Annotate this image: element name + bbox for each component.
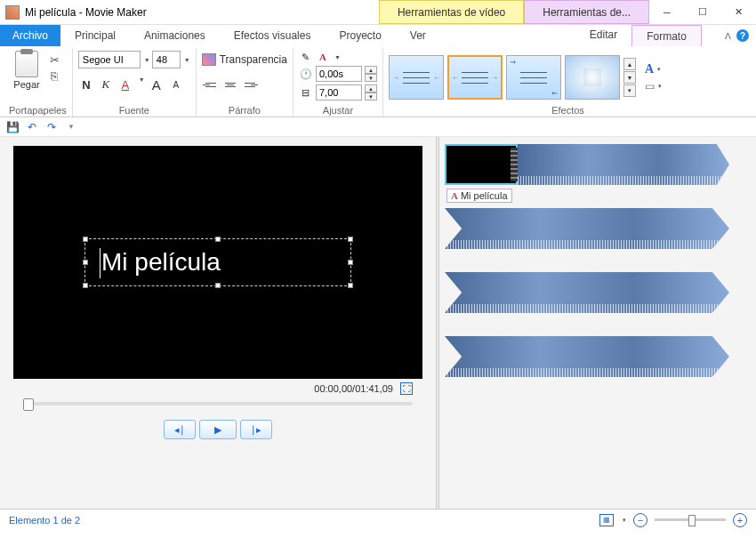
effects-gallery-nav: ▲ ▼ ▾ — [623, 58, 636, 97]
tab-ver[interactable]: Ver — [396, 25, 440, 46]
spin-up[interactable]: ▲ — [365, 84, 377, 92]
group-effects-label: Efectos — [389, 104, 747, 116]
titlebar: Mi película - Movie Maker Herramientas d… — [0, 0, 756, 25]
context-tab-strip: Herramientas de vídeo Herramientas de... — [379, 0, 649, 24]
spin-down[interactable]: ▼ — [365, 92, 377, 100]
tab-efectos-visuales[interactable]: Efectos visuales — [220, 25, 326, 46]
undo-button[interactable]: ↶ — [25, 120, 39, 134]
text-style-icon[interactable]: A — [316, 51, 330, 63]
tab-animaciones[interactable]: Animaciones — [130, 25, 220, 46]
chevron-down-icon[interactable]: ▼ — [334, 54, 341, 60]
qat-customize[interactable]: ▼ — [64, 120, 78, 134]
paste-label: Pegar — [13, 79, 39, 90]
tab-formato[interactable]: Formato — [631, 25, 702, 46]
resize-handle[interactable] — [348, 237, 353, 242]
fullscreen-button[interactable]: ⛶ — [400, 382, 413, 395]
ribbon-collapse-button[interactable]: ᐱ — [725, 31, 731, 41]
maximize-button[interactable]: ☐ — [685, 0, 720, 25]
chevron-down-icon[interactable]: ▼ — [184, 57, 190, 63]
resize-handle[interactable] — [215, 283, 221, 288]
effects-scroll-up[interactable]: ▲ — [623, 58, 636, 70]
spin-down[interactable]: ▼ — [365, 74, 377, 82]
context-tab-video-tools[interactable]: Herramientas de vídeo — [379, 0, 524, 24]
film-strip-icon — [511, 148, 518, 181]
resize-handle[interactable] — [83, 260, 88, 265]
title-clip[interactable]: A Mi película — [445, 144, 518, 185]
redo-button[interactable]: ↷ — [44, 120, 59, 134]
app-icon — [5, 5, 20, 20]
resize-handle[interactable] — [348, 260, 353, 265]
font-name-select[interactable] — [78, 51, 141, 68]
prev-frame-button[interactable]: ◂∣ — [164, 420, 196, 439]
timeline-pane[interactable]: A Mi película — [439, 137, 756, 509]
effects-expand[interactable]: ▾ — [623, 84, 636, 97]
tab-principal[interactable]: Principal — [60, 25, 130, 46]
group-font: ▼ ▼ N K A ▼ A A Fuente — [73, 48, 197, 116]
video-clip[interactable] — [445, 272, 729, 313]
copy-button[interactable]: ⎘ — [47, 68, 61, 83]
effect-preset-1[interactable]: → ← — [389, 55, 444, 100]
quick-access-toolbar: 💾 ↶ ↷ ▼ — [0, 117, 756, 137]
video-clip[interactable] — [518, 144, 729, 185]
group-font-label: Fuente — [78, 104, 190, 116]
video-clip[interactable] — [445, 208, 729, 249]
zoom-out-button[interactable]: − — [633, 513, 647, 527]
tab-file[interactable]: Archivo — [0, 25, 60, 46]
font-size-select[interactable] — [152, 51, 181, 68]
seek-slider[interactable] — [23, 402, 413, 406]
resize-handle[interactable] — [348, 283, 353, 288]
resize-handle[interactable] — [83, 283, 88, 288]
font-color-button[interactable]: A — [117, 76, 133, 92]
video-clip[interactable] — [445, 336, 729, 377]
start-time-input[interactable] — [316, 66, 362, 82]
title-text-box[interactable]: Mi película — [84, 238, 351, 286]
effect-preset-2[interactable]: ← → — [447, 55, 503, 100]
transparency-button[interactable]: Transparencia — [202, 51, 287, 68]
help-icon[interactable]: ? — [736, 29, 749, 42]
main-area: Mi película 00:00,00/01:41,09 ⛶ ◂∣ ▶ ∣▸ — [0, 137, 756, 509]
chevron-down-icon[interactable]: ▼ — [144, 57, 150, 63]
thumbnail-size-button[interactable]: ▦ — [599, 514, 614, 526]
align-left-button[interactable] — [202, 76, 220, 92]
next-frame-button[interactable]: ∣▸ — [240, 420, 272, 439]
timeline-row — [445, 272, 751, 313]
zoom-slider[interactable] — [655, 518, 726, 521]
shrink-font-button[interactable]: A — [168, 76, 184, 92]
timeline-row — [445, 208, 751, 249]
resize-handle[interactable] — [215, 237, 221, 242]
effect-preset-3[interactable]: ↘ ↖ — [506, 55, 561, 100]
duration-input[interactable] — [316, 84, 362, 100]
window-controls: ─ ☐ ✕ — [649, 0, 756, 25]
play-button[interactable]: ▶ — [199, 420, 237, 439]
minimize-button[interactable]: ─ — [649, 0, 685, 25]
outline-a-icon: A — [645, 62, 654, 76]
align-right-button[interactable] — [241, 76, 259, 92]
edit-text-icon[interactable]: ✎ — [299, 51, 313, 63]
zoom-in-button[interactable]: + — [733, 513, 747, 527]
effects-scroll-down[interactable]: ▼ — [623, 71, 636, 84]
tab-editar[interactable]: Editar — [575, 25, 631, 46]
text-outline-button[interactable]: A ▾ — [645, 62, 662, 76]
cut-button[interactable]: ✂ — [47, 52, 61, 67]
time-display: 00:00,00/01:41,09 — [314, 383, 393, 394]
paste-button[interactable]: Pegar — [9, 51, 44, 90]
title-clip-label[interactable]: A Mi película — [446, 189, 512, 203]
chevron-down-icon[interactable]: ▾ — [623, 517, 626, 524]
grow-font-button[interactable]: A — [149, 76, 165, 92]
context-tab-text-tools[interactable]: Herramientas de... — [524, 0, 649, 24]
close-button[interactable]: ✕ — [720, 0, 756, 25]
resize-handle[interactable] — [83, 237, 88, 242]
italic-button[interactable]: K — [98, 76, 114, 92]
spin-up[interactable]: ▲ — [365, 66, 377, 74]
bold-button[interactable]: N — [78, 76, 94, 92]
chevron-down-icon[interactable]: ▼ — [139, 76, 145, 92]
group-effects: → ← ← → ↘ ↖ ▲ ▼ ▾ A — [383, 48, 752, 116]
align-center-button[interactable] — [221, 76, 239, 92]
tab-proyecto[interactable]: Proyecto — [325, 25, 395, 46]
effect-preset-4[interactable] — [565, 55, 620, 100]
video-preview[interactable]: Mi película — [13, 146, 422, 379]
text-fill-button[interactable]: ▭ ▾ — [645, 80, 662, 92]
timeline-row: A Mi película — [445, 144, 751, 185]
group-adjust-label: Ajustar — [299, 104, 377, 116]
save-button[interactable]: 💾 — [5, 120, 20, 134]
